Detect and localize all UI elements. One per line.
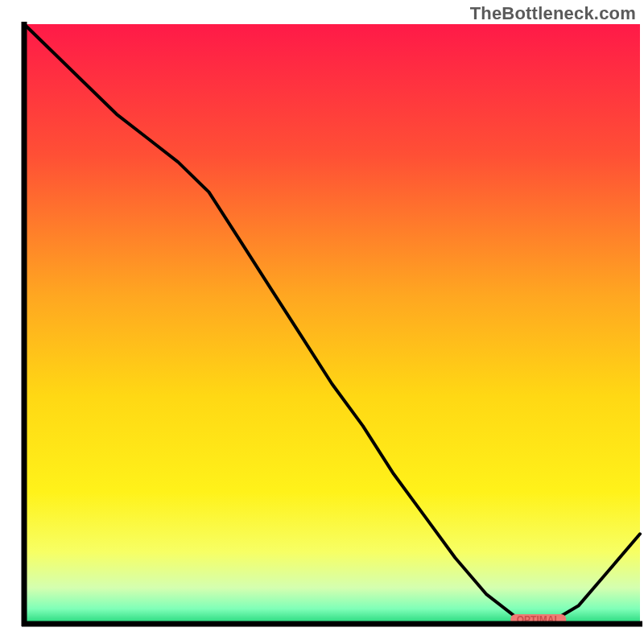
chart-container: OPTIMAL TheBottleneck.com — [0, 0, 644, 644]
chart-svg: OPTIMAL — [0, 0, 644, 644]
watermark-text: TheBottleneck.com — [470, 3, 636, 24]
